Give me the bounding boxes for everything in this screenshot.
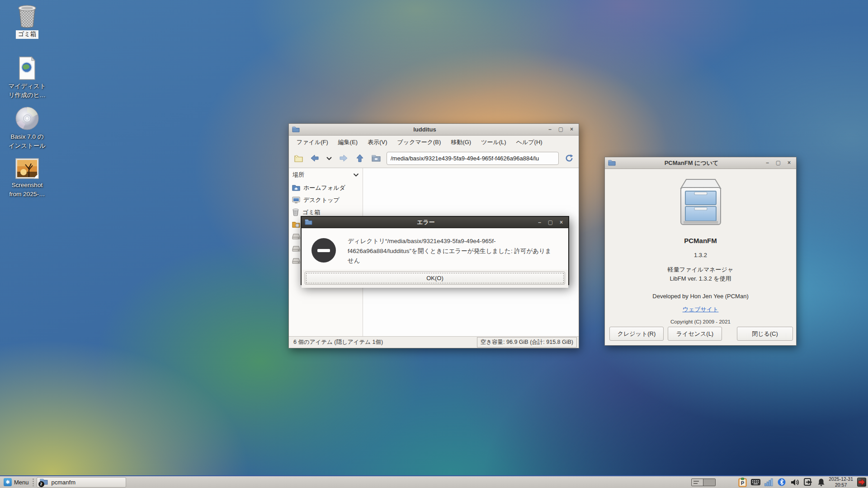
folder-icon xyxy=(305,219,312,227)
logout-icon[interactable] xyxy=(857,478,866,487)
home-icon xyxy=(292,184,300,191)
copyright-text: Copyright (C) 2009 - 2021 xyxy=(670,319,731,324)
workspace-pager[interactable] xyxy=(691,479,716,486)
sidebar-item-label: デスクトップ xyxy=(303,196,340,204)
libfm-version: LibFM ver. 1.3.2 を使用 xyxy=(668,274,733,283)
desktop: ゴミ箱 マイディスト リ作成のヒ… xyxy=(0,0,868,488)
drive-icon xyxy=(292,234,300,239)
keyboard-indicator-icon[interactable] xyxy=(750,477,760,487)
volume-icon[interactable] xyxy=(790,477,800,487)
panel-handle[interactable] xyxy=(32,478,34,486)
address-bar-input[interactable] xyxy=(387,152,559,165)
close-button[interactable]: × xyxy=(569,124,575,136)
notifications-bell-icon[interactable] xyxy=(816,477,826,487)
app-version: 1.3.2 xyxy=(694,252,707,258)
error-stop-icon xyxy=(311,238,336,263)
menu-help[interactable]: ヘルプ(H) xyxy=(511,136,547,149)
new-tab-icon[interactable] xyxy=(292,152,304,164)
places-label: 場所 xyxy=(292,171,353,179)
folder-icon xyxy=(608,160,616,168)
close-dialog-button[interactable]: 閉じる(C) xyxy=(737,327,793,341)
back-icon[interactable] xyxy=(309,152,321,164)
forward-icon[interactable] xyxy=(338,152,349,164)
desktop-icon-screenshot[interactable]: Screenshot from 2025-… xyxy=(1,158,53,199)
task-label: pcmanfm xyxy=(52,479,75,486)
history-dropdown-icon[interactable] xyxy=(325,152,333,164)
workspace-1[interactable] xyxy=(692,479,703,486)
desktop-icon-label: マイディスト リ作成のヒ… xyxy=(9,83,46,99)
developer-credit: Developed by Hon Jen Yee (PCMan) xyxy=(652,293,748,300)
drive-icon xyxy=(292,258,300,264)
minimize-button[interactable]: – xyxy=(764,157,770,169)
app-name: PCManFM xyxy=(684,237,717,244)
clock-time: 20:57 xyxy=(829,482,853,488)
trash-small-icon xyxy=(292,208,299,216)
menu-edit[interactable]: 編集(E) xyxy=(333,136,363,149)
chevron-down-icon xyxy=(353,173,359,177)
app-description: 軽量ファイルマネージャ xyxy=(668,265,733,274)
about-dialog-title: PCManFM について xyxy=(623,157,760,169)
pcmanfm-cabinet-icon xyxy=(675,177,726,229)
error-message: ディレクトリ“/media/basix/9321e439-5fa9-49e4-9… xyxy=(348,236,552,266)
menu-tools[interactable]: ツール(L) xyxy=(476,136,511,149)
taskbar-clock[interactable]: 2025-12-31 20:57 xyxy=(829,476,853,488)
error-titlebar[interactable]: エラー – ▢ × xyxy=(302,217,568,228)
places-selector[interactable]: 場所 xyxy=(289,168,363,182)
fm-titlebar[interactable]: ludditus – ▢ × xyxy=(289,124,579,136)
about-dialog: PCManFM について – ▢ × xyxy=(604,157,797,346)
clock-date: 2025-12-31 xyxy=(829,476,853,482)
fm-window-title: ludditus xyxy=(307,124,542,135)
ok-button[interactable]: OK(O) xyxy=(305,272,565,285)
desktop-icon-label: Basix 7.0 の インストール xyxy=(9,133,46,149)
trash-icon xyxy=(1,5,53,28)
bluetooth-icon[interactable] xyxy=(777,477,787,487)
up-icon[interactable] xyxy=(354,152,366,164)
menu-file[interactable]: ファイル(F) xyxy=(292,136,333,149)
home-folder-icon[interactable] xyxy=(370,152,382,164)
website-link[interactable]: ウェブサイト xyxy=(683,305,719,314)
desktop-monitor-icon xyxy=(292,197,300,204)
maximize-button[interactable]: ▢ xyxy=(558,124,564,136)
reload-icon[interactable] xyxy=(563,152,575,164)
sidebar-item-desktop[interactable]: デスクトップ xyxy=(289,194,363,206)
desktop-icon-label: ゴミ箱 xyxy=(16,30,38,39)
window-count-badge: 2 xyxy=(38,481,44,487)
desktop-icon-distro-notes[interactable]: マイディスト リ作成のヒ… xyxy=(1,56,53,100)
sidebar-item-label: ゴミ箱 xyxy=(302,208,321,216)
menu-logo-icon: ✱ xyxy=(4,478,12,486)
network-signal-icon[interactable] xyxy=(764,477,774,487)
close-button[interactable]: × xyxy=(786,157,792,169)
sidebar-item-home[interactable]: ホームフォルダ xyxy=(289,182,363,194)
menu-bookmarks[interactable]: ブックマーク(B) xyxy=(392,136,446,149)
taskbar-task-pcmanfm[interactable]: 2 pcmanfm xyxy=(37,477,126,488)
fm-toolbar xyxy=(289,149,579,168)
workspace-2[interactable] xyxy=(703,479,715,486)
system-tray: P xyxy=(737,477,826,487)
image-thumbnail-icon xyxy=(1,158,53,179)
menu-view[interactable]: 表示(V) xyxy=(363,136,392,149)
desktop-icon-label: Screenshot from 2025-… xyxy=(9,182,45,197)
close-button[interactable]: × xyxy=(558,217,564,228)
credits-button[interactable]: クレジット(R) xyxy=(609,327,664,341)
html-document-icon xyxy=(1,56,53,80)
free-space-text: 空き容量: 96.9 GiB (合計: 915.8 GiB) xyxy=(477,337,577,347)
minimize-button[interactable]: – xyxy=(537,217,542,228)
desktop-icon-trash[interactable]: ゴミ箱 xyxy=(1,5,53,39)
fm-statusbar: 6 個のアイテム (隠しアイテム 1個) 空き容量: 96.9 GiB (合計:… xyxy=(289,336,579,348)
clipboard-manager-icon[interactable]: P xyxy=(737,477,747,487)
license-button[interactable]: ライセンス(L) xyxy=(668,327,722,341)
item-count-text: 6 個のアイテム (隠しアイテム 1個) xyxy=(293,338,477,346)
menu-go[interactable]: 移動(G) xyxy=(446,136,476,149)
menu-label: Menu xyxy=(14,479,29,486)
folder-icon xyxy=(292,126,300,134)
about-titlebar[interactable]: PCManFM について – ▢ × xyxy=(605,157,796,169)
applications-icon xyxy=(292,221,300,228)
maximize-button[interactable]: ▢ xyxy=(547,217,553,228)
maximize-button[interactable]: ▢ xyxy=(775,157,781,169)
minimize-button[interactable]: – xyxy=(547,124,553,136)
software-update-icon[interactable] xyxy=(803,477,813,487)
start-menu-button[interactable]: ✱ Menu xyxy=(2,477,31,488)
drive-icon xyxy=(292,246,300,252)
desktop-icon-basix-install[interactable]: Basix 7.0 の インストール xyxy=(1,106,53,150)
fm-menubar: ファイル(F) 編集(E) 表示(V) ブックマーク(B) 移動(G) ツール(… xyxy=(289,136,579,149)
